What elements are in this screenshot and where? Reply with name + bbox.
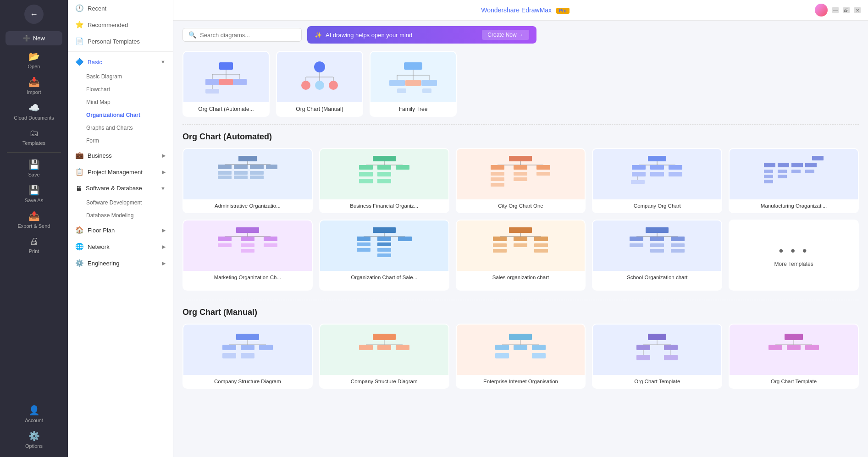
svg-rect-119 xyxy=(534,243,548,247)
svg-rect-131 xyxy=(671,249,685,253)
network-label: Network xyxy=(88,243,110,250)
floor-label: Floor Plan xyxy=(88,227,115,234)
svg-rect-88 xyxy=(805,170,814,173)
template-card-org-auto[interactable]: Org Chart (Automate... xyxy=(182,51,270,117)
search-area: 🔍 ✨ AI drawing helps open your mind Crea… xyxy=(173,21,868,44)
saveas-icon: 💾 xyxy=(28,185,40,196)
sw-dev-item[interactable]: Software Development xyxy=(68,196,173,209)
manual-card-2[interactable]: Company Structure Diagram xyxy=(319,324,449,389)
svg-rect-153 xyxy=(532,353,546,358)
print-label: Print xyxy=(29,248,39,254)
city-org-card[interactable]: City Org Chart One xyxy=(456,148,586,213)
manual-card-3[interactable]: Enterprise Internet Organisation xyxy=(456,324,586,389)
print-icon: 🖨 xyxy=(29,236,39,247)
options-icon: ⚙️ xyxy=(28,430,40,441)
basic-category[interactable]: 🔷 Basic ▼ xyxy=(68,54,173,70)
admin-org-card[interactable]: Administrative Organizatio... xyxy=(182,148,313,213)
automated-templates-grid: Administrative Organizatio... xyxy=(182,148,859,291)
svg-rect-7 xyxy=(219,79,233,85)
print-nav[interactable]: 🖨 Print xyxy=(0,232,68,258)
mind-map-item[interactable]: Mind Map xyxy=(68,96,173,109)
network-category[interactable]: 🌐 Network ▶ xyxy=(68,238,173,255)
search-box[interactable]: 🔍 xyxy=(182,28,302,42)
school-org-card[interactable]: School Organization chart xyxy=(592,220,722,291)
svg-rect-78 xyxy=(764,163,775,167)
cloud-nav[interactable]: ☁️ Cloud Documents xyxy=(0,99,68,124)
org-chart-item[interactable]: Organizational Chart xyxy=(68,109,173,121)
biz-fin-label: Business Financial Organiz... xyxy=(320,199,448,212)
company-org-label: Company Org Chart xyxy=(593,199,721,212)
graphs-item[interactable]: Graphs and Charts xyxy=(68,121,173,134)
svg-rect-103 xyxy=(377,237,391,241)
svg-rect-89 xyxy=(236,227,259,233)
restore-button[interactable]: 🗗 xyxy=(843,7,850,13)
mfg-org-card[interactable]: Manufacturing Oraganizati... xyxy=(729,148,859,213)
basic-diagram-item[interactable]: Basic Diagram xyxy=(68,70,173,83)
options-nav[interactable]: ⚙️ Options xyxy=(0,427,68,452)
company-org-card[interactable]: Company Org Chart xyxy=(592,148,722,213)
recent-item[interactable]: 🕐 Recent xyxy=(68,0,173,17)
minimize-button[interactable]: — xyxy=(832,7,839,13)
floor-category[interactable]: 🏠 Floor Plan ▶ xyxy=(68,222,173,238)
more-templates-card[interactable]: • • • More Templates xyxy=(729,220,859,291)
svg-rect-47 xyxy=(359,165,373,170)
sales-of-org-card[interactable]: Organization Chart of Sale... xyxy=(319,220,449,291)
svg-rect-117 xyxy=(493,249,507,253)
project-category[interactable]: 📋 Project Management ▶ xyxy=(68,164,173,180)
saveas-label: Save As xyxy=(25,198,43,203)
form-item[interactable]: Form xyxy=(68,134,173,147)
engineering-icon: ⚙️ xyxy=(75,259,84,267)
software-icon: 🖥 xyxy=(75,184,82,192)
manual-card-5[interactable]: Org Chart Template xyxy=(729,324,859,389)
family-tree-label: Family Tree xyxy=(370,102,456,116)
search-input[interactable] xyxy=(200,32,296,39)
back-button[interactable]: ← xyxy=(24,5,44,24)
biz-fin-card[interactable]: Business Financial Organiz... xyxy=(319,148,449,213)
svg-rect-132 xyxy=(236,334,259,340)
new-button[interactable]: ➕ New xyxy=(6,31,62,45)
svg-rect-42 xyxy=(250,171,264,175)
saveas-nav[interactable]: 💾 Save As xyxy=(0,181,68,207)
svg-rect-73 xyxy=(650,172,664,176)
recent-label: Recent xyxy=(88,5,106,12)
manual-card-4[interactable]: Org Chart Template xyxy=(592,324,722,389)
recent-icon: 🕐 xyxy=(75,4,84,12)
template-card-org-manual[interactable]: Org Chart (Manual) xyxy=(276,51,363,117)
svg-rect-104 xyxy=(398,237,412,241)
plus-icon: ➕ xyxy=(23,35,30,42)
pro-badge: Pro xyxy=(556,8,569,14)
templates-nav[interactable]: 🗂 Templates xyxy=(0,124,68,149)
manual-5-label: Org Chart Template xyxy=(730,375,858,388)
separator xyxy=(7,152,61,153)
school-org-label: School Organization chart xyxy=(593,271,721,284)
flowchart-item[interactable]: Flowchart xyxy=(68,83,173,96)
mkt-org-card[interactable]: Marketing Organization Ch... xyxy=(182,220,313,291)
export-nav[interactable]: 📤 Export & Send xyxy=(0,207,68,232)
app-title: Wondershare EdrawMax Pro xyxy=(236,6,815,14)
svg-rect-69 xyxy=(632,165,646,170)
svg-rect-127 xyxy=(630,243,643,247)
svg-rect-166 xyxy=(768,345,782,350)
open-nav[interactable]: 📂 Open xyxy=(0,47,68,73)
create-now-button[interactable]: Create Now → xyxy=(482,30,529,40)
business-category[interactable]: 💼 Business ▶ xyxy=(68,147,173,164)
import-nav[interactable]: 📥 Import xyxy=(0,73,68,99)
user-avatar[interactable] xyxy=(815,4,828,17)
db-model-item[interactable]: Database Modeling xyxy=(68,209,173,222)
close-button[interactable]: ✕ xyxy=(854,7,861,13)
account-nav[interactable]: 👤 Account xyxy=(0,401,68,427)
sales-org-card[interactable]: Sales organization chart xyxy=(456,220,586,291)
personal-icon: 📄 xyxy=(75,37,84,45)
save-nav[interactable]: 💾 Save xyxy=(0,155,68,181)
recommended-item[interactable]: ⭐ Recommended xyxy=(68,17,173,33)
template-card-family-tree[interactable]: Family Tree xyxy=(370,51,457,117)
manual-card-1[interactable]: Company Structure Diagram xyxy=(182,324,313,389)
personal-templates-item[interactable]: 📄 Personal Templates xyxy=(68,33,173,50)
org-manual-preview xyxy=(292,59,347,95)
templates-icon: 🗂 xyxy=(29,128,39,138)
org-auto-preview xyxy=(199,59,254,95)
engineering-label: Engineering xyxy=(88,260,119,267)
software-category[interactable]: 🖥 Software & Database ▼ xyxy=(68,180,173,196)
save-label: Save xyxy=(28,172,39,177)
engineering-category[interactable]: ⚙️ Engineering ▶ xyxy=(68,255,173,271)
